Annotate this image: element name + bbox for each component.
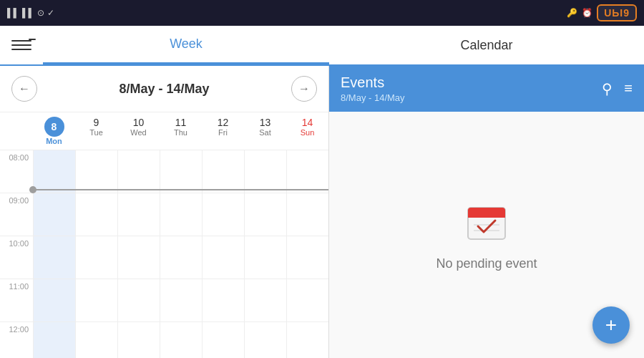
- events-header-icons: ⚲ ≡: [602, 80, 633, 97]
- add-event-button[interactable]: +: [592, 306, 630, 344]
- date-nav: ← 8/May - 14/May →: [0, 66, 328, 112]
- time-label-1200: 12:00: [0, 322, 33, 358]
- cell-fri-1100[interactable]: [202, 279, 244, 321]
- status-bar: ▌▌ ▌▌ ⊙ ✓ 🔑 ⏰ UЬI9: [0, 0, 644, 26]
- filter-icon[interactable]: ≡: [624, 80, 633, 97]
- day-number-13: 13: [244, 117, 286, 128]
- cell-tue-0900[interactable]: [75, 193, 117, 236]
- alarm-icon: ⏰: [582, 8, 592, 18]
- calendar-panel: ← 8/May - 14/May → 8 Mon 9 Tue 10 Wed 11…: [0, 66, 329, 358]
- day-name-thu: Thu: [160, 128, 202, 137]
- cell-fri-1000[interactable]: [202, 236, 244, 279]
- week-tab[interactable]: Week: [43, 26, 329, 64]
- no-events-icon: [464, 199, 509, 245]
- check-icon: ✓: [47, 8, 54, 18]
- cell-mon-1100[interactable]: [33, 279, 75, 321]
- cell-sun-0900[interactable]: [286, 193, 328, 236]
- time-grid: 08:00 09:00: [0, 150, 328, 358]
- cell-fri-1200[interactable]: [202, 322, 244, 358]
- main-content: ← 8/May - 14/May → 8 Mon 9 Tue 10 Wed 11…: [0, 66, 644, 358]
- cell-thu-1100[interactable]: [160, 279, 202, 321]
- prev-arrow-button[interactable]: ←: [11, 76, 37, 102]
- cell-mon-0800[interactable]: [33, 150, 75, 193]
- hamburger-line: [11, 49, 31, 50]
- cell-fri-0900[interactable]: [202, 193, 244, 236]
- status-bar-right: 🔑 ⏰ UЬI9: [567, 4, 637, 21]
- day-col-sat[interactable]: 13 Sat: [244, 112, 286, 150]
- time-cells-1200: [33, 322, 328, 358]
- cell-wed-1000[interactable]: [117, 236, 160, 279]
- top-nav: Week Calendar: [0, 26, 644, 66]
- time-cells-0900: [33, 193, 328, 236]
- cell-thu-0900[interactable]: [160, 193, 202, 236]
- cell-sat-0800[interactable]: [244, 150, 286, 193]
- time-row-1100: 11:00: [0, 279, 328, 322]
- cell-fri-0800[interactable]: [202, 150, 244, 193]
- day-col-tue[interactable]: 9 Tue: [75, 112, 117, 150]
- hamburger-line: [11, 44, 31, 46]
- cell-sun-1200[interactable]: [286, 322, 328, 358]
- time-cells-0800: [33, 150, 328, 193]
- day-col-fri[interactable]: 12 Fri: [202, 112, 244, 150]
- day-col-wed[interactable]: 10 Wed: [117, 112, 160, 150]
- cell-thu-1200[interactable]: [160, 322, 202, 358]
- day-name-mon: Mon: [33, 137, 75, 145]
- events-header: Events 8/May - 14/May ⚲ ≡: [329, 66, 644, 112]
- cell-wed-0900[interactable]: [117, 193, 160, 236]
- key-icon: 🔑: [567, 8, 577, 18]
- status-bar-left: ▌▌ ▌▌ ⊙ ✓: [7, 8, 54, 18]
- logo-badge: UЬI9: [597, 4, 637, 21]
- day-number-8: 8: [44, 117, 64, 137]
- hamburger-line: [11, 40, 31, 42]
- cell-tue-1200[interactable]: [75, 322, 117, 358]
- cell-wed-1100[interactable]: [117, 279, 160, 321]
- day-number-12: 12: [202, 117, 244, 128]
- next-arrow-button[interactable]: →: [291, 76, 317, 102]
- time-row-0900: 09:00: [0, 193, 328, 236]
- day-col-sun[interactable]: 14 Sun: [286, 112, 328, 150]
- time-cells-1100: [33, 279, 328, 321]
- time-label-1000: 10:00: [0, 236, 33, 279]
- hamburger-button[interactable]: [0, 40, 43, 50]
- cell-mon-1000[interactable]: [33, 236, 75, 279]
- cell-sun-1100[interactable]: [286, 279, 328, 321]
- day-number-11: 11: [160, 117, 202, 128]
- cell-wed-1200[interactable]: [117, 322, 160, 358]
- events-header-left: Events 8/May - 14/May: [341, 74, 405, 103]
- notification-dot: [29, 39, 36, 40]
- day-col-mon[interactable]: 8 Mon: [33, 112, 75, 150]
- wifi-icon: ▌▌: [22, 8, 34, 18]
- time-row-0800: 08:00: [0, 150, 328, 193]
- sync-icon: ⊙: [37, 8, 44, 18]
- calendar-title: Calendar: [329, 38, 644, 53]
- day-name-wed: Wed: [117, 128, 160, 137]
- day-number-14: 14: [286, 117, 328, 128]
- cell-mon-1200[interactable]: [33, 322, 75, 358]
- cell-sun-0800[interactable]: [286, 150, 328, 193]
- day-col-thu[interactable]: 11 Thu: [160, 112, 202, 150]
- search-icon[interactable]: ⚲: [602, 80, 613, 97]
- cell-thu-0800[interactable]: [160, 150, 202, 193]
- time-label-0900: 09:00: [0, 193, 33, 236]
- day-name-tue: Tue: [75, 128, 117, 137]
- day-name-sat: Sat: [244, 128, 286, 137]
- day-name-fri: Fri: [202, 128, 244, 137]
- cell-thu-1000[interactable]: [160, 236, 202, 279]
- day-name-sun: Sun: [286, 128, 328, 137]
- time-label-1100: 11:00: [0, 279, 33, 321]
- time-gutter-header: [0, 112, 33, 150]
- cell-tue-1000[interactable]: [75, 236, 117, 279]
- time-row-1200: 12:00: [0, 322, 328, 358]
- cell-tue-0800[interactable]: [75, 150, 117, 193]
- cell-mon-0900[interactable]: [33, 193, 75, 236]
- cell-tue-1100[interactable]: [75, 279, 117, 321]
- events-panel: Events 8/May - 14/May ⚲ ≡ No: [329, 66, 644, 358]
- cell-sat-1200[interactable]: [244, 322, 286, 358]
- time-row-1000: 10:00: [0, 236, 328, 279]
- day-number-10: 10: [117, 117, 160, 128]
- cell-sat-1100[interactable]: [244, 279, 286, 321]
- cell-wed-0800[interactable]: [117, 150, 160, 193]
- cell-sat-1000[interactable]: [244, 236, 286, 279]
- cell-sun-1000[interactable]: [286, 236, 328, 279]
- cell-sat-0900[interactable]: [244, 193, 286, 236]
